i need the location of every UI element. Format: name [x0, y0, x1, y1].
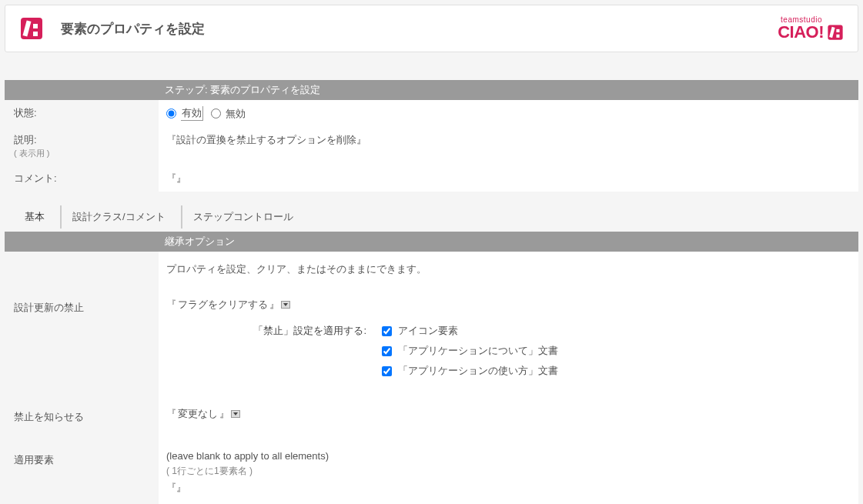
apply-elements-hint: (leave blank to apply to all elements) [166, 450, 851, 462]
label-description-sub: ( 表示用 ) [14, 149, 49, 158]
label-description: 説明: ( 表示用 ) [5, 127, 159, 165]
svg-rect-3 [33, 32, 38, 36]
radio-enabled-label: 有効 [181, 106, 203, 121]
row-comment: コメント: 『』 [5, 165, 858, 192]
label-status: 状態: [5, 100, 159, 127]
chevron-down-icon [281, 301, 290, 309]
apply-elements-value[interactable]: 『』 [166, 481, 851, 495]
brand-icon [827, 24, 844, 41]
notify-prohibit-dropdown[interactable]: 『変更なし』 [166, 407, 851, 421]
check-icon-element[interactable]: アイコン要素 [382, 324, 851, 338]
svg-rect-4 [828, 25, 842, 39]
radio-enabled[interactable]: 有効 [166, 106, 203, 121]
check-icon-element-input[interactable] [382, 326, 392, 336]
brand-main-text: CIAO! [778, 24, 824, 41]
chevron-down-icon [231, 410, 240, 418]
check-about-doc[interactable]: 「アプリケーションについて」文書 [382, 344, 851, 358]
svg-rect-2 [33, 24, 38, 28]
apply-elements-subhint: ( 1行ごとに1要素名 ) [166, 465, 851, 478]
header-left: 要素のプロパティを設定 [19, 16, 205, 41]
check-about-doc-input[interactable] [382, 346, 392, 356]
row-prohibit-update: 設計更新の禁止 『フラグをクリアする』 「禁止」設定を適用する: アイコン要素 … [5, 287, 858, 396]
row-intro: プロパティを設定、クリア、またはそのままにできます。 [5, 252, 858, 287]
header-bar: 要素のプロパティを設定 teamstudio CIAO! [5, 5, 858, 52]
apply-check-list: アイコン要素 「アプリケーションについて」文書 「アプリケーションの使い方」文書 [382, 324, 851, 378]
row-status: 状態: 有効 無効 [5, 100, 858, 127]
intro-text: プロパティを設定、クリア、またはそのままにできます。 [166, 262, 851, 276]
radio-enabled-input[interactable] [166, 108, 176, 118]
check-usage-doc[interactable]: 「アプリケーションの使い方」文書 [382, 364, 851, 378]
tab-design-class[interactable]: 設計クラス/コメント [60, 205, 176, 229]
check-usage-doc-input[interactable] [382, 366, 392, 376]
tab-step-control[interactable]: ステップコントロール [181, 205, 304, 229]
label-apply-elements: 適用要素 [5, 439, 159, 504]
svg-rect-7 [836, 35, 839, 38]
label-prohibit-update: 設計更新の禁止 [5, 287, 159, 396]
label-description-text: 説明: [14, 134, 37, 145]
section-inherit-title: 継承オプション [159, 232, 858, 252]
prohibit-update-dropdown[interactable]: 『フラグをクリアする』 [166, 298, 851, 312]
radio-disabled-input[interactable] [211, 108, 221, 118]
row-notify-prohibit: 禁止を知らせる 『変更なし』 [5, 396, 858, 439]
svg-rect-0 [21, 18, 42, 39]
tabs-bar: 基本 設計クラス/コメント ステップコントロール [5, 205, 858, 229]
apply-label: 「禁止」設定を適用する: [166, 324, 382, 378]
label-comment: コメント: [5, 165, 159, 192]
label-notify-prohibit: 禁止を知らせる [5, 396, 159, 439]
page-title: 要素のプロパティを設定 [61, 20, 205, 38]
radio-disabled[interactable]: 無効 [211, 107, 246, 121]
comment-value[interactable]: 『』 [166, 172, 851, 185]
step-header: ステップ: 要素のプロパティを設定 [5, 80, 858, 100]
brand-logo: teamstudio CIAO! [778, 16, 844, 41]
svg-rect-6 [836, 29, 839, 32]
description-value[interactable]: 『設計の置換を禁止するオプションを削除』 [166, 133, 851, 147]
radio-disabled-label: 無効 [226, 107, 246, 121]
tab-basic[interactable]: 基本 [14, 205, 55, 229]
app-icon [19, 16, 44, 41]
row-description: 説明: ( 表示用 ) 『設計の置換を禁止するオプションを削除』 [5, 127, 858, 165]
step-header-title: ステップ: 要素のプロパティを設定 [159, 80, 858, 100]
row-apply-elements: 適用要素 (leave blank to apply to all elemen… [5, 439, 858, 504]
section-inherit-header: 継承オプション [5, 232, 858, 252]
status-radio-group: 有効 無効 [166, 106, 851, 121]
